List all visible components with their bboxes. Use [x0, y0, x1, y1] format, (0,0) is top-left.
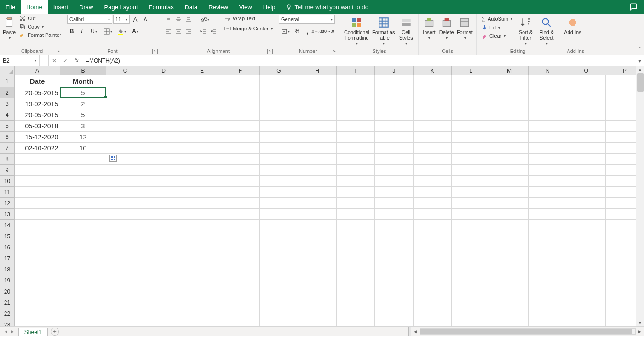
cell-O23[interactable] — [567, 319, 606, 326]
cell-B9[interactable] — [60, 165, 106, 176]
cell-E11[interactable] — [183, 187, 222, 198]
cell-K21[interactable] — [414, 297, 452, 308]
orientation-button[interactable]: ab▾ — [199, 15, 212, 24]
cell-N20[interactable] — [529, 286, 567, 297]
cell-F12[interactable] — [221, 198, 260, 209]
cell-D9[interactable] — [144, 165, 183, 176]
autosum-button[interactable]: ∑AutoSum▾ — [479, 15, 514, 23]
delete-cells-button[interactable]: Delete▾ — [439, 15, 454, 40]
row-header-9[interactable]: 9 — [0, 165, 15, 176]
column-header-M[interactable]: M — [490, 66, 529, 75]
align-top-button[interactable] — [164, 15, 173, 24]
cell-C11[interactable] — [106, 187, 145, 198]
cell-H8[interactable] — [298, 154, 337, 165]
cell-G12[interactable] — [260, 198, 299, 209]
cell-F16[interactable] — [221, 242, 260, 253]
cell-C12[interactable] — [106, 198, 145, 209]
cell-M18[interactable] — [490, 264, 529, 275]
cell-N21[interactable] — [529, 297, 567, 308]
cell-H12[interactable] — [298, 198, 337, 209]
decrease-indent-button[interactable] — [199, 27, 208, 36]
cell-I15[interactable] — [337, 231, 375, 242]
cell-K5[interactable] — [414, 121, 452, 132]
cell-O10[interactable] — [567, 176, 606, 187]
cell-F21[interactable] — [221, 297, 260, 308]
cell-B20[interactable] — [60, 286, 106, 297]
cell-G23[interactable] — [260, 319, 299, 326]
row-header-1[interactable]: 1 — [0, 75, 15, 87]
cell-H15[interactable] — [298, 231, 337, 242]
cell-G21[interactable] — [260, 297, 299, 308]
find-select-button[interactable]: Find & Select▾ — [537, 15, 556, 46]
cell-F10[interactable] — [221, 176, 260, 187]
row-header-3[interactable]: 3 — [0, 98, 15, 109]
cell-D17[interactable] — [144, 253, 183, 264]
cell-I5[interactable] — [337, 121, 375, 132]
cell-N15[interactable] — [529, 231, 567, 242]
cell-F9[interactable] — [221, 165, 260, 176]
cell-M12[interactable] — [490, 198, 529, 209]
cell-G8[interactable] — [260, 154, 299, 165]
cell-K3[interactable] — [414, 98, 452, 109]
paste-button[interactable]: Paste ▾ — [3, 15, 16, 40]
cell-N10[interactable] — [529, 176, 567, 187]
cell-O5[interactable] — [567, 121, 606, 132]
cell-I6[interactable] — [337, 132, 375, 143]
cell-L6[interactable] — [452, 132, 490, 143]
cell-L9[interactable] — [452, 165, 490, 176]
cell-K1[interactable] — [414, 75, 452, 87]
cell-G3[interactable] — [260, 98, 299, 109]
cell-J1[interactable] — [375, 75, 414, 87]
cell-D6[interactable] — [144, 132, 183, 143]
cell-F4[interactable] — [221, 109, 260, 121]
cell-B23[interactable] — [60, 319, 106, 326]
cell-J22[interactable] — [375, 308, 414, 319]
sheet-next-icon[interactable]: ► — [10, 329, 15, 334]
column-header-I[interactable]: I — [337, 66, 375, 75]
tab-formulas[interactable]: Formulas — [144, 0, 179, 14]
cell-D23[interactable] — [144, 319, 183, 326]
cell-A22[interactable] — [15, 308, 60, 319]
font-name-select[interactable]: Calibri▾ — [67, 15, 112, 24]
cell-C9[interactable] — [106, 165, 145, 176]
cell-L12[interactable] — [452, 198, 490, 209]
tab-home[interactable]: Home — [21, 0, 48, 14]
cell-H3[interactable] — [298, 98, 337, 109]
cell-H5[interactable] — [298, 121, 337, 132]
cell-J6[interactable] — [375, 132, 414, 143]
clipboard-dialog-launcher[interactable]: ⤡ — [56, 49, 61, 54]
cell-O17[interactable] — [567, 253, 606, 264]
cell-I11[interactable] — [337, 187, 375, 198]
cell-N11[interactable] — [529, 187, 567, 198]
cell-B6[interactable]: 12 — [60, 132, 106, 143]
cell-D3[interactable] — [144, 98, 183, 109]
cell-I16[interactable] — [337, 242, 375, 253]
cell-E20[interactable] — [183, 286, 222, 297]
cell-G1[interactable] — [260, 75, 299, 87]
cell-D5[interactable] — [144, 121, 183, 132]
cell-A4[interactable]: 20-05-2015 — [15, 109, 60, 121]
cell-D19[interactable] — [144, 275, 183, 286]
cell-E1[interactable] — [183, 75, 222, 87]
cell-C20[interactable] — [106, 286, 145, 297]
cell-M16[interactable] — [490, 242, 529, 253]
select-all-button[interactable] — [0, 66, 15, 75]
cell-N12[interactable] — [529, 198, 567, 209]
cell-L14[interactable] — [452, 220, 490, 231]
column-header-O[interactable]: O — [567, 66, 606, 75]
cell-E6[interactable] — [183, 132, 222, 143]
format-as-table-button[interactable]: Format as Table▾ — [372, 15, 395, 46]
tell-me-search[interactable]: Tell me what you want to do — [286, 0, 368, 14]
cell-K10[interactable] — [414, 176, 452, 187]
row-header-7[interactable]: 7 — [0, 143, 15, 154]
row-header-19[interactable]: 19 — [0, 275, 15, 286]
column-header-H[interactable]: H — [298, 66, 337, 75]
cell-M20[interactable] — [490, 286, 529, 297]
cell-A5[interactable]: 05-03-2018 — [15, 121, 60, 132]
cell-O13[interactable] — [567, 209, 606, 220]
cell-J17[interactable] — [375, 253, 414, 264]
copy-button[interactable]: Copy▾ — [17, 23, 63, 30]
cell-H16[interactable] — [298, 242, 337, 253]
cell-D20[interactable] — [144, 286, 183, 297]
cell-O14[interactable] — [567, 220, 606, 231]
